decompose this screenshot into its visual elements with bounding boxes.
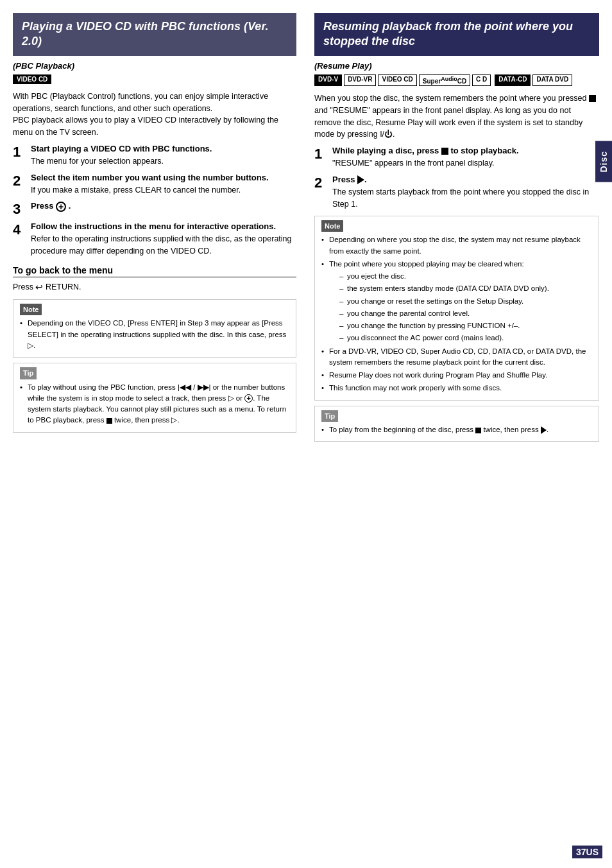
- page-num-box: 37US: [572, 846, 602, 858]
- badge-videocd: VIDEO CD: [13, 74, 51, 84]
- stop-icon-3: [475, 428, 481, 433]
- right-note-label: Note: [321, 220, 343, 232]
- step-2-num: 2: [13, 174, 31, 188]
- step-4: 4 Follow the instructions in the menu fo…: [13, 221, 296, 257]
- badge-superaudiocd: SuperAudioCD: [419, 74, 470, 86]
- page-number: 37US: [572, 846, 602, 858]
- badge-datacd: DATA-CD: [495, 74, 531, 86]
- left-note-box: Note Depending on the VIDEO CD, [Press E…: [13, 299, 296, 358]
- stop-icon: [589, 95, 596, 102]
- badge-dvdvr: DVD-VR: [344, 74, 376, 86]
- step-3-content: Press + .: [31, 201, 296, 214]
- left-tip-list: To play without using the PBC function, …: [20, 382, 289, 426]
- right-note-item-1: Depending on where you stop the disc, th…: [321, 234, 592, 257]
- note-sub-3: you change or reset the settings on the …: [339, 296, 592, 307]
- step-3-num: 3: [13, 202, 31, 216]
- step-3: 3 Press + .: [13, 201, 296, 216]
- step-1-title: Start playing a VIDEO CD with PBC functi…: [31, 144, 296, 153]
- right-step-1: 1 While playing a disc, press to stop pl…: [314, 146, 599, 169]
- step-4-num: 4: [13, 223, 31, 237]
- right-intro: When you stop the disc, the system remem…: [314, 92, 599, 141]
- step-2-body: If you make a mistake, press CLEAR to ca…: [31, 184, 296, 196]
- side-tab: Disc: [595, 141, 612, 182]
- left-note-item-1: Depending on the VIDEO CD, [Press ENTER]…: [20, 318, 289, 351]
- left-subtitle: (PBC Playback): [13, 61, 296, 71]
- note-sub-5: you change the function by pressing FUNC…: [339, 320, 592, 331]
- left-badge-row: VIDEO CD: [13, 74, 296, 84]
- badge-videocd2: VIDEO CD: [378, 74, 416, 86]
- page-container: Playing a VIDEO CD with PBC functions (V…: [0, 0, 612, 868]
- sub-section-back: To go back to the menu: [13, 265, 296, 277]
- step-1: 1 Start playing a VIDEO CD with PBC func…: [13, 144, 296, 168]
- right-step-2-body: The system starts playback from the poin…: [332, 186, 599, 211]
- note-sub-1: you eject the disc.: [339, 271, 592, 282]
- right-tip-label: Tip: [321, 410, 338, 422]
- step-4-title: Follow the instructions in the menu for …: [31, 221, 296, 231]
- left-intro: With PBC (Playback Control) functions, y…: [13, 91, 296, 139]
- right-tip-item-1: To play from the beginning of the disc, …: [321, 424, 592, 435]
- right-note-item-4: Resume Play does not work during Program…: [321, 370, 592, 381]
- right-note-box: Note Depending on where you stop the dis…: [314, 216, 599, 401]
- note-sub-2: the system enters standby mode (DATA CD/…: [339, 283, 592, 294]
- right-note-list: Depending on where you stop the disc, th…: [321, 234, 592, 394]
- right-note-sub-list: you eject the disc. the system enters st…: [329, 271, 592, 344]
- right-section-title: Resuming playback from the point where y…: [314, 13, 599, 56]
- left-section-title: Playing a VIDEO CD with PBC functions (V…: [13, 13, 296, 56]
- return-symbol: ↩: [35, 282, 43, 292]
- left-note-list: Depending on the VIDEO CD, [Press ENTER]…: [20, 318, 289, 351]
- stop-icon-2: [441, 148, 448, 155]
- left-note-label: Note: [20, 304, 42, 316]
- right-step-2: 2 Press . The system starts playback fro…: [314, 175, 599, 211]
- right-tip-list: To play from the beginning of the disc, …: [321, 424, 592, 435]
- right-step-1-num: 1: [314, 147, 332, 161]
- right-column: Resuming playback from the point where y…: [308, 13, 599, 855]
- step-1-num: 1: [13, 145, 31, 159]
- step-4-body: Refer to the operating instructions supp…: [31, 233, 296, 257]
- left-column: Playing a VIDEO CD with PBC functions (V…: [13, 13, 308, 855]
- note-sub-4: you change the parental control level.: [339, 308, 592, 319]
- left-tip-item-1: To play without using the PBC function, …: [20, 382, 289, 426]
- right-note-item-2: The point where you stopped playing may …: [321, 259, 592, 344]
- step-1-body: The menu for your selection appears.: [31, 155, 296, 168]
- right-subtitle: (Resume Play): [314, 61, 599, 71]
- step-3-title: Press + .: [31, 201, 296, 212]
- right-step-2-title: Press .: [332, 175, 599, 185]
- right-step-2-content: Press . The system starts playback from …: [332, 175, 599, 211]
- step-2-title: Select the item number you want using th…: [31, 173, 296, 182]
- right-badge-row: DVD-V DVD-VR VIDEO CD SuperAudioCD C D D…: [314, 74, 599, 86]
- step-1-content: Start playing a VIDEO CD with PBC functi…: [31, 144, 296, 168]
- left-tip-label: Tip: [20, 367, 37, 379]
- right-step-2-num: 2: [314, 176, 332, 190]
- badge-dvdv: DVD-V: [314, 74, 342, 86]
- right-step-1-body: "RESUME" appears in the front panel disp…: [332, 157, 599, 169]
- return-press-text: Press ↩ RETURN.: [13, 281, 296, 294]
- step-2-content: Select the item number you want using th…: [31, 173, 296, 196]
- play-arrow: [357, 175, 364, 184]
- badge-datadvd: DATA DVD: [532, 74, 572, 86]
- left-tip-box: Tip To play without using the PBC functi…: [13, 363, 296, 433]
- note-sub-6: you disconnect the AC power cord (mains …: [339, 333, 592, 343]
- right-tip-box: Tip To play from the beginning of the di…: [314, 406, 599, 442]
- right-step-1-title: While playing a disc, press to stop play…: [332, 146, 599, 155]
- step-2: 2 Select the item number you want using …: [13, 173, 296, 196]
- right-step-1-content: While playing a disc, press to stop play…: [332, 146, 599, 169]
- plus-circle-icon: +: [56, 202, 66, 212]
- play-arrow-2: [541, 426, 547, 434]
- right-note-item-3: For a DVD-VR, VIDEO CD, Super Audio CD, …: [321, 346, 592, 369]
- right-note-item-5: This function may not work properly with…: [321, 383, 592, 394]
- badge-cd: C D: [472, 74, 491, 86]
- step-4-content: Follow the instructions in the menu for …: [31, 221, 296, 257]
